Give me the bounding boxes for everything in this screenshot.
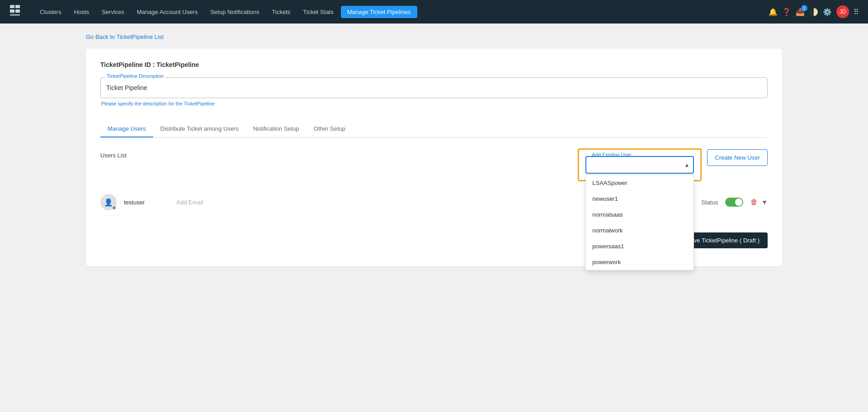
user-avatar-icon: 👤 (100, 194, 117, 210)
dropdown-menu: LSAASpower newuser1 normalsaas normalwor… (585, 175, 694, 270)
tab-other-setup[interactable]: Other Setup (307, 121, 353, 137)
svg-rect-1 (15, 5, 20, 8)
nav-setup-notifications[interactable]: Setup Notifications (205, 6, 264, 18)
delete-icon[interactable]: 🗑 (750, 198, 758, 206)
description-label: TicketPipeline Description (105, 73, 165, 79)
status-toggle[interactable] (725, 198, 743, 207)
svg-rect-3 (15, 9, 20, 13)
description-field-wrapper: TicketPipeline Description (100, 77, 768, 98)
user-add-area: Add Existing User ▲ LSAASpower newuser1 … (578, 148, 768, 181)
dropdown-item-powersaas1[interactable]: powersaas1 (586, 238, 693, 254)
notification-badge: 1 (801, 5, 807, 11)
nav-tickets[interactable]: Tickets (267, 6, 296, 18)
nav-clusters[interactable]: Clusters (34, 6, 67, 18)
pipeline-id-value: TicketPipeline (156, 61, 199, 68)
svg-rect-4 (10, 14, 20, 16)
nav-links: ClustersHostsServicesManage Account User… (34, 6, 769, 18)
dropdown-container: ▲ (585, 156, 694, 174)
navbar: ClustersHostsServicesManage Account User… (0, 0, 868, 24)
back-link[interactable]: Go Back to TicketPipeline List (86, 33, 164, 40)
tabs: Manage Users Distribute Ticket among Use… (100, 121, 768, 137)
description-hint: Please specify the description for the T… (101, 101, 768, 106)
users-list-title: Users List (100, 148, 127, 159)
nav-ticket-stats[interactable]: Ticket Stats (297, 6, 339, 18)
description-input[interactable] (100, 77, 768, 98)
users-header: Users List Add Existing User ▲ LSAASpowe… (100, 148, 768, 181)
dropdown-item-normalwork[interactable]: normalwork (586, 223, 693, 238)
svg-rect-0 (10, 5, 14, 8)
tab-distribute-ticket[interactable]: Distribute Ticket among Users (153, 121, 246, 137)
page-content: Go Back to TicketPipeline List TicketPip… (0, 24, 868, 412)
pipeline-id-label: TicketPipeline ID : (100, 61, 155, 68)
nav-services[interactable]: Services (96, 6, 130, 18)
nav-manage-account-users[interactable]: Manage Account Users (132, 6, 203, 18)
dropdown-item-newuser1[interactable]: newuser1 (586, 191, 693, 207)
status-label: Status (701, 199, 718, 206)
pipeline-id-row: TicketPipeline ID : TicketPipeline (100, 61, 768, 68)
svg-rect-2 (10, 9, 14, 13)
bell-icon[interactable]: 🔔 (769, 8, 778, 16)
nav-manage-ticket-pipelines[interactable]: Manage Ticket Pipelines (341, 6, 417, 18)
help-icon[interactable]: ❓ (782, 8, 791, 16)
user-avatar[interactable]: JD (836, 5, 849, 18)
logo-icon (9, 3, 24, 20)
create-new-user-button[interactable]: Create New User (707, 149, 768, 166)
theme-icon[interactable]: 🌓 (809, 8, 818, 16)
grid-icon[interactable]: ⠿ (854, 8, 859, 16)
add-existing-user-input[interactable] (585, 156, 694, 174)
tab-notification-setup[interactable]: Notification Setup (246, 121, 307, 137)
settings-icon[interactable]: ⚙️ (823, 8, 832, 16)
nav-hosts[interactable]: Hosts (69, 6, 94, 18)
navbar-icons: 🔔 ❓ 📥 1 🌓 ⚙️ JD ⠿ (769, 5, 859, 18)
add-existing-user-box: Add Existing User ▲ LSAASpower newuser1 … (578, 148, 702, 181)
dropdown-item-powerwork[interactable]: powerwork (586, 254, 693, 270)
download-icon[interactable]: 📥 1 (796, 8, 805, 16)
dropdown-item-normalsaas[interactable]: normalsaas (586, 207, 693, 223)
expand-icon[interactable]: ▼ (761, 199, 768, 206)
add-existing-user-dropdown-wrapper: Add Existing User ▲ LSAASpower newuser1 … (585, 156, 694, 174)
user-actions: 🗑 ▼ (750, 198, 768, 206)
toggle-knob (735, 199, 742, 206)
tab-manage-users[interactable]: Manage Users (100, 121, 153, 137)
user-online-dot (112, 206, 116, 210)
dropdown-item-lsaaspower[interactable]: LSAASpower (586, 175, 693, 191)
user-name: testuser (124, 199, 169, 206)
main-card: TicketPipeline ID : TicketPipeline Ticke… (86, 48, 782, 266)
